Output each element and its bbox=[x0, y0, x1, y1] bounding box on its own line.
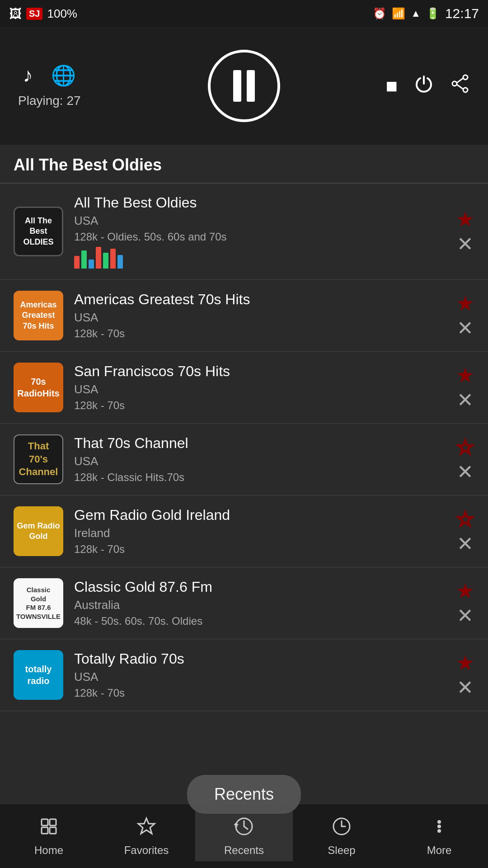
nav-recents[interactable]: Recents bbox=[195, 811, 293, 861]
playing-text: Playing: 27 bbox=[18, 94, 81, 108]
radio-name: Americas Greatest 70s Hits bbox=[74, 291, 451, 308]
svg-rect-6 bbox=[50, 819, 56, 826]
favorite-button[interactable]: ☆ bbox=[456, 509, 474, 529]
globe-icon[interactable]: 🌐 bbox=[51, 64, 76, 87]
favorite-button[interactable]: ★ bbox=[456, 580, 474, 601]
radio-name: Gem Radio Gold Ireland bbox=[74, 507, 451, 524]
pause-button[interactable] bbox=[208, 50, 280, 122]
player-left: ♪ 🌐 Playing: 27 bbox=[18, 64, 81, 108]
favorite-button[interactable]: ★ bbox=[456, 365, 474, 386]
radio-logo: 70s RadioHits bbox=[14, 363, 63, 412]
radio-item[interactable]: Gem Radio Gold Gem Radio Gold Ireland Ir… bbox=[0, 495, 488, 567]
chart-bars bbox=[74, 246, 451, 269]
radio-country: USA bbox=[74, 214, 451, 228]
share-button[interactable] bbox=[450, 74, 470, 98]
radio-details: 128k - Classic Hits.70s bbox=[74, 471, 451, 484]
radio-logo: All The Best OLDIES bbox=[14, 207, 63, 256]
nav-recents-label: Recents bbox=[224, 844, 264, 857]
radio-details: 128k - Oldies. 50s. 60s and 70s bbox=[74, 231, 451, 243]
svg-point-1 bbox=[452, 81, 457, 86]
radio-info: Totally Radio 70s USA 128k - 70s bbox=[74, 651, 456, 699]
signal-icon: ▲ bbox=[411, 8, 421, 19]
remove-button[interactable]: ✕ bbox=[457, 390, 474, 410]
radio-details: 128k - 70s bbox=[74, 687, 451, 699]
radio-name: Totally Radio 70s bbox=[74, 651, 451, 667]
recents-tooltip: Recents bbox=[187, 775, 301, 814]
radio-logo: That 70's Channel bbox=[14, 434, 63, 484]
radio-item[interactable]: totally radio Totally Radio 70s USA 128k… bbox=[0, 639, 488, 711]
radio-info: San Franciscos 70s Hits USA 128k - 70s bbox=[74, 363, 456, 412]
radio-name: All The Best Oldies bbox=[74, 194, 451, 211]
section-title: All The Best Oldies bbox=[0, 145, 488, 183]
remove-button[interactable]: ✕ bbox=[457, 606, 474, 626]
svg-marker-9 bbox=[138, 818, 155, 834]
favorite-button[interactable]: ★ bbox=[456, 293, 474, 314]
radio-info: That 70s Channel USA 128k - Classic Hits… bbox=[74, 435, 456, 484]
stop-button[interactable]: ■ bbox=[385, 75, 398, 97]
svg-point-14 bbox=[437, 825, 441, 828]
radio-item[interactable]: Classic Gold FM 87.6 TOWNSVILLE Classic … bbox=[0, 567, 488, 639]
favorite-button[interactable]: ★ bbox=[456, 209, 474, 230]
remove-button[interactable]: ✕ bbox=[457, 462, 474, 482]
radio-name: San Franciscos 70s Hits bbox=[74, 363, 451, 380]
svg-rect-5 bbox=[42, 819, 48, 826]
nav-home[interactable]: Home bbox=[0, 811, 98, 861]
radio-country: USA bbox=[74, 382, 451, 396]
radio-country: Ireland bbox=[74, 526, 451, 540]
status-bar: 🖼 SJ 100% ⏰ 📶 ▲ 🔋 12:17 bbox=[0, 0, 488, 27]
radio-details: 48k - 50s. 60s. 70s. Oldies bbox=[74, 615, 451, 627]
nav-home-label: Home bbox=[34, 844, 63, 857]
nav-favorites[interactable]: Favorites bbox=[98, 811, 195, 861]
wifi-icon: 📶 bbox=[392, 7, 405, 20]
remove-button[interactable]: ✕ bbox=[457, 534, 474, 554]
alarm-icon: ⏰ bbox=[373, 7, 386, 20]
nav-more[interactable]: More bbox=[390, 811, 488, 861]
pause-icon bbox=[230, 70, 258, 102]
battery-percent: 100% bbox=[47, 7, 77, 21]
radio-logo: Classic Gold FM 87.6 TOWNSVILLE bbox=[14, 578, 63, 628]
player-left-icons: ♪ 🌐 bbox=[23, 64, 76, 87]
radio-name: That 70s Channel bbox=[74, 435, 451, 452]
radio-actions: ★ ✕ bbox=[456, 293, 474, 338]
radio-actions: ★ ✕ bbox=[456, 209, 474, 254]
player-header: ♪ 🌐 Playing: 27 ■ bbox=[0, 27, 488, 145]
svg-point-13 bbox=[437, 820, 441, 824]
radio-info: Classic Gold 87.6 Fm Australia 48k - 50s… bbox=[74, 579, 456, 627]
radio-details: 128k - 70s bbox=[74, 327, 451, 340]
radio-logo: Americas Greatest 70s Hits bbox=[14, 291, 63, 340]
radio-item[interactable]: Americas Greatest 70s Hits Americas Grea… bbox=[0, 280, 488, 352]
radio-actions: ★ ✕ bbox=[456, 365, 474, 410]
image-icon: 🖼 bbox=[9, 6, 22, 21]
radio-info: Americas Greatest 70s Hits USA 128k - 70… bbox=[74, 291, 456, 340]
sleep-icon bbox=[331, 816, 352, 840]
nav-favorites-label: Favorites bbox=[124, 844, 169, 857]
app-icon: SJ bbox=[26, 8, 42, 20]
radio-country: USA bbox=[74, 670, 451, 684]
radio-country: USA bbox=[74, 311, 451, 325]
radio-item[interactable]: 70s RadioHits San Franciscos 70s Hits US… bbox=[0, 352, 488, 424]
remove-button[interactable]: ✕ bbox=[457, 678, 474, 698]
radio-details: 128k - 70s bbox=[74, 543, 451, 556]
nav-sleep[interactable]: Sleep bbox=[293, 811, 390, 861]
home-icon bbox=[38, 816, 60, 840]
svg-point-15 bbox=[437, 829, 441, 833]
radio-info: Gem Radio Gold Ireland Ireland 128k - 70… bbox=[74, 507, 456, 556]
time-display: 12:17 bbox=[445, 6, 479, 21]
svg-line-4 bbox=[457, 85, 463, 89]
radio-actions: ★ ✕ bbox=[456, 580, 474, 626]
nav-sleep-label: Sleep bbox=[328, 844, 355, 857]
radio-details: 128k - 70s bbox=[74, 399, 451, 412]
music-icon[interactable]: ♪ bbox=[23, 64, 33, 87]
player-right: ■ bbox=[385, 74, 470, 98]
radio-logo: totally radio bbox=[14, 650, 63, 700]
remove-button[interactable]: ✕ bbox=[457, 318, 474, 338]
battery-icon: 🔋 bbox=[426, 7, 440, 20]
favorite-button[interactable]: ☆ bbox=[456, 437, 474, 458]
svg-line-3 bbox=[457, 78, 463, 83]
radio-item[interactable]: All The Best OLDIES All The Best Oldies … bbox=[0, 184, 488, 280]
power-button[interactable] bbox=[414, 74, 434, 98]
remove-button[interactable]: ✕ bbox=[457, 234, 474, 254]
favorite-button[interactable]: ★ bbox=[456, 652, 474, 673]
radio-item[interactable]: That 70's Channel That 70s Channel USA 1… bbox=[0, 424, 488, 495]
radio-actions: ☆ ✕ bbox=[456, 437, 474, 482]
